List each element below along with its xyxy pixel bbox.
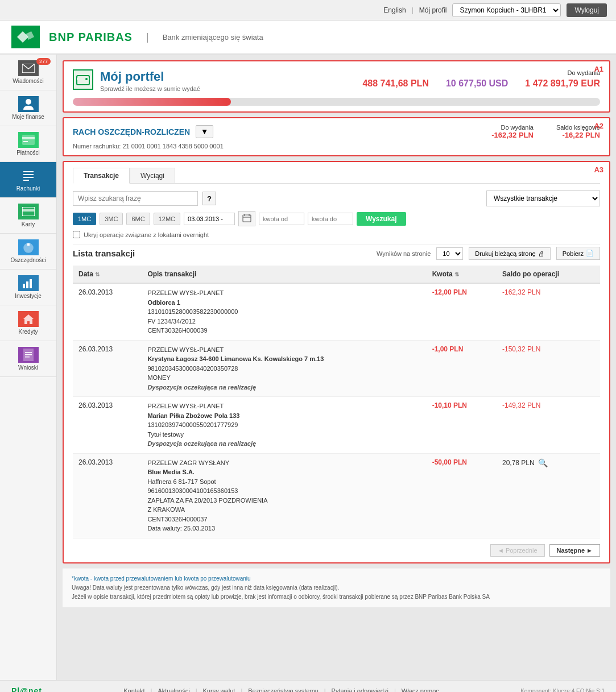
main-content: A1 Mój portfel Sprawdź ile możesz w sumi… [57,55,616,680]
list-header: Lista transakcji Wyników na stronie 10 2… [73,244,600,260]
bank-logo [11,26,40,48]
overnight-checkbox[interactable] [73,231,80,238]
tab-wyciagi[interactable]: Wyciągi [130,168,175,183]
search-row: ? Wszystkie transakcje Przelewy Płatnośc… [73,190,600,206]
sidebar-item-moje-finanse[interactable]: Moje finanse [0,90,56,126]
footer-link-aktualnosci[interactable]: Aktualności [158,687,189,692]
detail-search-icon[interactable]: 🔍 [538,458,548,467]
footer-link-kursy[interactable]: Kursy walut [203,687,235,692]
table-row: 26.03.2013 PRZELEW ZAGR WYSŁANY Blue Med… [73,453,600,538]
bank-slogan: Bank zmieniającego się świata [163,33,263,42]
wynikow-select[interactable]: 10 20 50 [436,247,463,260]
svg-point-2 [26,99,31,105]
svg-rect-16 [30,279,32,288]
sidebar-item-wnioski[interactable]: Wnioski [0,341,56,377]
sidebar-item-rachunki[interactable]: Rachunki [0,162,56,198]
calendar-button[interactable] [238,211,255,226]
footer-note: *kwota - kwota przed przewalutowaniem lu… [63,568,610,607]
portfel-title: Mój portfel [100,69,200,84]
footer-link-kontakt[interactable]: Kontakt [123,687,144,692]
trans-date: 26.03.2013 [73,453,142,538]
account-dropdown[interactable]: ▼ [196,125,213,138]
col-data[interactable]: Data ⇅ [73,266,142,283]
component-info: Komponent: Klucze:4 EQ:Nie S:1 [520,688,605,693]
prev-page-button[interactable]: ◄ Poprzednie [490,544,545,557]
chart-icon [18,275,39,291]
amount-from-input[interactable] [259,213,304,225]
progress-bar [73,98,600,106]
svg-rect-7 [23,174,34,175]
payment-icon [18,132,39,148]
footer-link-bezpieczenstwo[interactable]: Bezpieczeństwo systemu [248,687,319,692]
footer-link-pomoc[interactable]: Włącz pomoc [402,687,439,692]
user-icon [18,96,39,112]
user-select[interactable]: Szymon Kopciuch - 3LHBR1 [452,3,561,17]
sidebar-item-karty[interactable]: Karty [0,198,56,234]
svg-rect-3 [22,135,35,145]
trans-kwota: -50,00 PLN [427,453,497,538]
amount-to-input[interactable] [308,213,353,225]
wiadomosci-badge: 277 [36,58,51,65]
tabs: Transakcje Wyciągi [73,168,600,184]
a2-do-wydania-value: -162,32 PLN [491,131,534,139]
trans-date: 26.03.2013 [73,397,142,454]
col-kwota[interactable]: Kwota ⇅ [427,266,497,283]
period-6mc[interactable]: 6MC [126,213,150,225]
search-input[interactable] [73,191,198,206]
date-from-input[interactable] [184,213,235,225]
search-button[interactable]: Wyszukaj [357,212,406,226]
help-button[interactable]: ? [202,192,216,205]
transactions-table: Data ⇅ Opis transakcji Kwota ⇅ Saldo po … [73,266,600,538]
trans-saldo: 20,78 PLN 🔍 [497,453,600,538]
wynikow-label: Wyników na stronie [377,250,431,257]
trans-saldo: -162,32 PLN [497,283,600,340]
svg-rect-4 [22,137,35,139]
logout-button[interactable]: Wyloguj [567,3,607,17]
svg-rect-24 [243,215,251,222]
svg-point-23 [85,78,88,80]
sidebar-item-kredyty[interactable]: Kredyty [0,305,56,341]
sidebar-item-inwestycje[interactable]: Inwestycje [0,270,56,305]
filter-select[interactable]: Wszystkie transakcje Przelewy Płatności … [486,190,600,206]
section-a3: A3 Transakcje Wyciągi ? Wszystkie transa… [63,161,610,563]
section-a2-label: A2 [594,122,603,130]
download-button[interactable]: Pobierz 📄 [556,247,600,260]
footer-link-pytania[interactable]: Pytania i odpowiedzi [332,687,388,692]
col-opis: Opis transakcji [142,266,426,283]
moj-profil-link[interactable]: Mój profil [419,6,447,14]
list-title: Lista transakcji [73,248,135,258]
svg-rect-8 [23,177,34,178]
sidebar-item-platnosci[interactable]: Płatności [0,126,56,162]
card-icon [18,204,39,219]
svg-rect-18 [25,352,32,353]
trans-kwota: -12,00 PLN [427,283,497,340]
period-3mc[interactable]: 3MC [100,213,123,225]
next-page-button[interactable]: Następne ► [549,544,600,557]
svg-rect-19 [25,354,32,355]
a2-saldo-value: -16,22 PLN [556,131,600,139]
envelope-icon [18,60,39,76]
footer-links: Kontakt | Aktualności | Kursy walut | Be… [123,687,439,692]
trans-saldo: -149,32 PLN [497,397,600,454]
sidebar-item-oszczednosci[interactable]: Oszczędności [0,234,56,270]
amount-usd: 10 677,50 USD [446,78,508,89]
period-12mc[interactable]: 12MC [154,213,180,225]
trans-saldo: -150,32 PLN [497,340,600,397]
trans-kwota: -10,10 PLN [427,397,497,454]
list-icon [18,168,39,184]
period-1mc[interactable]: 1MC [73,213,96,225]
sidebar-item-wiadomosci[interactable]: Wiadomości 277 [0,55,56,90]
portfel-subtitle: Sprawdź ile możesz w sumie wydać [100,85,200,92]
amount-pln: 488 741,68 PLN [362,78,429,89]
section-a3-label: A3 [594,165,603,174]
tab-transakcje[interactable]: Transakcje [73,168,130,184]
table-row: 26.03.2013 PRZELEW WYSŁ-PLANET Marian Pi… [73,397,600,454]
piggy-icon [18,239,39,255]
date-row: 1MC 3MC 6MC 12MC Wyszukaj [73,211,600,226]
printer-icon: 🖨 [538,250,544,257]
print-button[interactable]: Drukuj bieżącą stronę 🖨 [469,247,550,260]
sidebar: Wiadomości 277 Moje finanse Płatności Ra… [0,55,57,680]
svg-rect-13 [27,243,30,246]
language-link[interactable]: English [383,6,406,14]
a2-do-wydania-label: Do wydania [491,124,534,131]
